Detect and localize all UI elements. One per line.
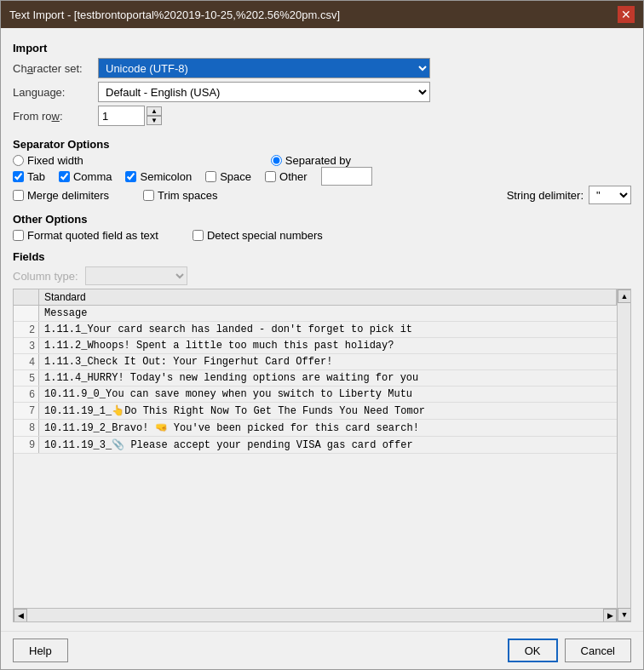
separator-section: Separator Options Fixed width Separated … — [13, 133, 631, 204]
title-bar: Text Import - [testbrontoportal%202019-1… — [1, 1, 643, 28]
space-checkbox[interactable] — [205, 171, 216, 182]
vertical-scrollbar[interactable]: ▲ ▼ — [617, 289, 630, 621]
semicolon-check-label[interactable]: Semicolon — [125, 170, 192, 183]
table-cell-value: 1.11.2_Whoops! Spent a little too much t… — [39, 338, 617, 353]
trim-spaces-label[interactable]: Trim spaces — [143, 189, 217, 202]
tab-label: Tab — [27, 170, 45, 183]
from-row-input[interactable]: 1 — [98, 106, 145, 126]
table-inner: Standard Message21.11.1_Your card search… — [14, 289, 630, 621]
other-label: Other — [279, 170, 308, 183]
ok-button[interactable]: OK — [508, 639, 558, 662]
detect-special-label[interactable]: Detect special numbers — [193, 229, 323, 242]
separator-type-row: Fixed width Separated by — [13, 154, 631, 167]
merge-delimiters-checkbox[interactable] — [13, 190, 24, 201]
charset-row: Character set: Unicode (UTF-8)ASCIIISO-8… — [13, 58, 631, 78]
scroll-up-arrow[interactable]: ▲ — [618, 289, 630, 303]
table-row[interactable]: 41.11.3_Check It Out: Your Fingerhut Car… — [14, 354, 617, 370]
separator-section-title: Separator Options — [13, 138, 631, 151]
table-cell-value: 10.11.19_2_Bravo! 🤜 You've been picked f… — [39, 420, 617, 436]
fixed-width-label: Fixed width — [27, 154, 83, 167]
from-row-row: From row: 1 ▲ ▼ — [13, 106, 631, 126]
other-options-section: Other Options Format quoted field as tex… — [13, 208, 631, 242]
dialog-body: Import Character set: Unicode (UTF-8)ASC… — [1, 28, 643, 631]
table-row[interactable]: 21.11.1_Your card search has landed - do… — [14, 322, 617, 338]
scroll-v-track — [618, 303, 630, 608]
table-row[interactable]: 51.11.4_HURRY! Today's new lending optio… — [14, 370, 617, 387]
table-cell-rownum: 5 — [14, 370, 39, 386]
import-section-title: Import — [13, 42, 631, 54]
close-button[interactable]: ✕ — [618, 6, 635, 23]
string-delimiter-select[interactable]: "'None — [589, 186, 631, 204]
spinner-up[interactable]: ▲ — [147, 106, 162, 116]
table-rownums-header — [14, 289, 39, 305]
import-section: Import Character set: Unicode (UTF-8)ASC… — [13, 37, 631, 129]
table-row[interactable]: 31.11.2_Whoops! Spent a little too much … — [14, 338, 617, 354]
column-type-label: Column type: — [13, 270, 78, 283]
string-delimiter-group: String delimiter: "'None — [507, 186, 631, 204]
detect-special-checkbox[interactable] — [193, 230, 204, 241]
table-cell-rownum: 9 — [14, 437, 39, 453]
column-type-row: Column type: — [13, 266, 631, 285]
tab-check-label[interactable]: Tab — [13, 170, 45, 183]
from-row-spinner: 1 ▲ ▼ — [98, 106, 162, 126]
space-check-label[interactable]: Space — [205, 170, 251, 183]
charset-label: Character set: — [13, 62, 98, 75]
semicolon-checkbox[interactable] — [125, 171, 136, 182]
space-label: Space — [220, 170, 251, 183]
scroll-left-arrow[interactable]: ◀ — [14, 609, 27, 621]
format-quoted-checkbox[interactable] — [13, 230, 24, 241]
merge-delimiters-label[interactable]: Merge delimiters — [13, 189, 109, 202]
spinner-down[interactable]: ▼ — [147, 116, 162, 125]
table-cell-value: 10.11.19_1_👆Do This Right Now To Get The… — [39, 403, 617, 419]
table-cell-rownum: 2 — [14, 322, 39, 337]
table-cell-rownum: 4 — [14, 354, 39, 369]
other-input[interactable] — [321, 167, 372, 186]
language-select[interactable]: Default - English (USA)GermanFrench — [98, 82, 430, 102]
table-cell-rownum: 3 — [14, 338, 39, 353]
table-cell-value: 1.11.4_HURRY! Today's new lending option… — [39, 370, 617, 386]
detect-special-text: Detect special numbers — [207, 229, 323, 242]
comma-check-label[interactable]: Comma — [59, 170, 112, 183]
semicolon-label: Semicolon — [140, 170, 192, 183]
comma-label: Comma — [73, 170, 112, 183]
cancel-button[interactable]: Cancel — [565, 639, 631, 662]
fixed-width-radio-label[interactable]: Fixed width — [13, 154, 83, 167]
table-row[interactable]: 910.11.19_3_📎 Please accept your pending… — [14, 437, 617, 454]
table-row[interactable]: Message — [14, 306, 617, 322]
format-quoted-text: Format quoted field as text — [27, 229, 158, 242]
comma-checkbox[interactable] — [59, 171, 70, 182]
format-quoted-label[interactable]: Format quoted field as text — [13, 229, 158, 242]
separator-checks-row: Tab Comma Semicolon Space Other — [13, 167, 631, 186]
other-check-label[interactable]: Other — [265, 170, 308, 183]
other-options-row: Format quoted field as text Detect speci… — [13, 229, 631, 242]
footer-right-buttons: OK Cancel — [508, 639, 631, 662]
table-row[interactable]: 810.11.19_2_Bravo! 🤜 You've been picked … — [14, 420, 617, 437]
fields-title: Fields — [13, 250, 631, 263]
tab-checkbox[interactable] — [13, 171, 24, 182]
other-checkbox[interactable] — [265, 171, 276, 182]
column-type-select[interactable] — [85, 266, 187, 285]
scroll-h-track — [27, 609, 603, 621]
dialog: Text Import - [testbrontoportal%202019-1… — [0, 0, 644, 670]
from-row-spinner-buttons: ▲ ▼ — [147, 106, 162, 125]
separated-by-radio[interactable] — [271, 155, 282, 166]
merge-row: Merge delimiters Trim spaces String deli… — [13, 186, 631, 204]
charset-select[interactable]: Unicode (UTF-8)ASCIIISO-8859-1 — [98, 58, 430, 78]
table-cell-value: Message — [39, 306, 617, 321]
scroll-right-arrow[interactable]: ▶ — [603, 609, 617, 621]
trim-spaces-text: Trim spaces — [158, 189, 217, 202]
table-col-header: Standard — [39, 289, 617, 305]
table-cell-rownum: 8 — [14, 420, 39, 436]
table-row[interactable]: 610.11.9_0_You can save money when you s… — [14, 387, 617, 403]
table-row[interactable]: 710.11.19_1_👆Do This Right Now To Get Th… — [14, 403, 617, 420]
horizontal-scrollbar[interactable]: ◀ ▶ — [14, 608, 617, 621]
dialog-footer: Help OK Cancel — [1, 631, 643, 669]
table-cell-value: 1.11.3_Check It Out: Your Fingerhut Card… — [39, 354, 617, 369]
scroll-down-arrow[interactable]: ▼ — [618, 608, 630, 621]
separated-by-radio-label[interactable]: Separated by — [271, 154, 351, 167]
language-row: Language: Default - English (USA)GermanF… — [13, 82, 631, 102]
help-button[interactable]: Help — [13, 639, 68, 662]
trim-spaces-checkbox[interactable] — [143, 190, 154, 201]
fixed-width-radio[interactable] — [13, 155, 24, 166]
table-body[interactable]: Message21.11.1_Your card search has land… — [14, 306, 617, 608]
